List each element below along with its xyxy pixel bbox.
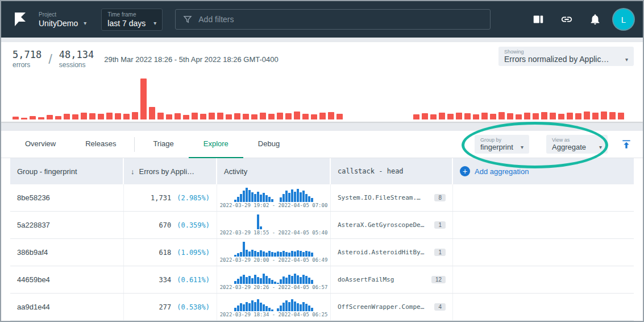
sparkline-bar bbox=[311, 308, 313, 311]
filters-bar[interactable] bbox=[175, 9, 491, 30]
table-row[interactable]: 44659be4 334(0.611%) 2022-03-29 20:26 - … bbox=[10, 266, 634, 294]
histogram-bar bbox=[106, 113, 113, 119]
histogram-bar bbox=[47, 115, 53, 119]
share-link-button[interactable] bbox=[556, 9, 577, 30]
view-as-selector[interactable]: View as Aggregate ▾ bbox=[546, 135, 608, 154]
histogram-bar bbox=[336, 114, 343, 119]
sparkline-bar bbox=[265, 195, 268, 202]
sparkline-bar bbox=[280, 279, 282, 284]
aggregation-cell bbox=[453, 239, 634, 266]
project-selector[interactable]: Project UnityDemo ▾ bbox=[39, 11, 86, 28]
tab-overview[interactable]: Overview bbox=[10, 131, 70, 158]
sparkline-bar bbox=[282, 303, 285, 311]
fingerprint-cell: aa9d1e44 bbox=[10, 294, 124, 320]
sparkline-bar bbox=[294, 192, 296, 202]
errors-cell: 1,731(2.985%) bbox=[124, 184, 217, 211]
table-row[interactable]: 386b9af4 618(1.095%) 2022-03-29 20:00 - … bbox=[10, 239, 634, 266]
column-header-errors[interactable]: ↓ Errors by Appli… bbox=[124, 158, 217, 184]
histogram-bar bbox=[481, 113, 488, 119]
explore-table: Group - fingerprint ↓ Errors by Appli… A… bbox=[1, 158, 643, 321]
app-logo[interactable] bbox=[10, 9, 31, 30]
activity-sparkline bbox=[234, 296, 313, 311]
showing-label: Showing bbox=[504, 49, 628, 55]
histogram-bar bbox=[217, 113, 223, 119]
errors-cell: 670(0.359%) bbox=[124, 212, 217, 238]
filters-input[interactable] bbox=[198, 15, 483, 24]
add-aggregation-button[interactable]: + Add aggregation bbox=[453, 158, 634, 184]
sparkline-bar bbox=[251, 300, 254, 311]
sparkline-bar bbox=[263, 304, 265, 311]
sparkline-bar bbox=[280, 306, 282, 311]
sparkline-bar bbox=[240, 276, 242, 284]
fingerprint-cell: 386b9af4 bbox=[10, 239, 124, 266]
sparkline-bar bbox=[274, 282, 276, 284]
column-header-fingerprint[interactable]: Group - fingerprint bbox=[10, 158, 124, 184]
tab-releases[interactable]: Releases bbox=[70, 131, 131, 158]
sparkline-bar bbox=[288, 253, 290, 257]
table-row[interactable]: 8be58236 1,731(2.985%) 2022-03-29 19:02 … bbox=[10, 184, 634, 212]
activity-sparkline bbox=[234, 187, 313, 202]
activity-sparkline bbox=[234, 242, 313, 257]
sparkline-bar bbox=[294, 274, 296, 284]
errors-histogram[interactable] bbox=[1, 75, 643, 119]
tab-debug[interactable]: Debug bbox=[243, 131, 294, 158]
column-header-activity[interactable]: Activity bbox=[217, 158, 331, 184]
sparkline-bar bbox=[265, 253, 268, 257]
sparkline-bar bbox=[282, 276, 285, 284]
sparkline-bar bbox=[248, 190, 251, 202]
table-row[interactable]: 5a228837 670(0.359%) 2022-03-29 18:55 - … bbox=[10, 212, 634, 239]
tabs-bar: Overview Releases Triage Explore Debug G… bbox=[1, 131, 643, 158]
sparkline-bar bbox=[268, 197, 271, 202]
sparkline-bar bbox=[308, 278, 310, 284]
sparkline-bar bbox=[297, 250, 299, 257]
callstack-cell: System.IO.FileStream.… 8 bbox=[331, 184, 453, 211]
tab-triage[interactable]: Triage bbox=[138, 131, 188, 158]
histogram-bar bbox=[157, 113, 164, 119]
sparkline-bar bbox=[285, 300, 288, 311]
sparkline-bar bbox=[268, 308, 271, 311]
histogram-bar bbox=[618, 113, 624, 119]
count-badge: 12 bbox=[431, 276, 446, 283]
sparkline-bar bbox=[302, 252, 305, 257]
align-top-icon bbox=[621, 139, 632, 150]
histogram-bar bbox=[507, 113, 513, 119]
activity-range: 2022-03-29 18:34 - 2022-04-05 06:25 bbox=[220, 312, 328, 317]
sparkline-bar bbox=[237, 197, 239, 202]
sparkline-bar bbox=[251, 192, 254, 202]
histogram-bar bbox=[447, 114, 454, 119]
histogram-bar bbox=[234, 113, 240, 119]
sparkline-bar bbox=[254, 275, 256, 284]
showing-value: Errors normalized by Applic… bbox=[504, 55, 609, 64]
column-header-callstack[interactable]: callstack - head bbox=[331, 158, 453, 184]
notifications-button[interactable] bbox=[585, 9, 605, 30]
user-avatar[interactable]: L bbox=[613, 9, 634, 30]
topbar: Project UnityDemo ▾ Time frame last 7 da… bbox=[1, 1, 643, 38]
histogram-bar bbox=[311, 114, 317, 119]
stats-group: 5,718 errors / 48,134 sessions bbox=[13, 49, 94, 69]
sparkline-bar bbox=[260, 250, 262, 257]
sparkline-bar bbox=[265, 276, 268, 284]
histogram-bar bbox=[541, 112, 547, 119]
sparkline-bar bbox=[240, 194, 242, 202]
histogram-bar bbox=[72, 114, 78, 119]
timeframe-selector[interactable]: Time frame last 7 days ▾ bbox=[101, 9, 163, 31]
layout-view-button[interactable] bbox=[528, 9, 549, 30]
sparkline-bar bbox=[243, 304, 245, 311]
histogram-bar bbox=[200, 114, 206, 119]
callstack-cell: Asteroid.AsteroidHitBy… 1 bbox=[331, 239, 453, 266]
count-badge: 1 bbox=[434, 221, 446, 229]
sparkline-bar bbox=[288, 193, 290, 202]
sparkline-bar bbox=[234, 281, 236, 284]
sparkline-bar bbox=[243, 191, 245, 202]
group-by-selector[interactable]: Group by fingerprint ▾ bbox=[475, 135, 529, 154]
tab-explore[interactable]: Explore bbox=[189, 131, 243, 158]
showing-selector[interactable]: Showing Errors normalized by Applic… ▾ bbox=[498, 47, 634, 66]
histogram-bar bbox=[592, 113, 599, 119]
scroll-to-top-button[interactable] bbox=[619, 137, 634, 152]
count-badge: 1 bbox=[434, 249, 446, 256]
table-row[interactable]: aa9d1e44 277(0.538%) 2022-03-29 18:34 - … bbox=[10, 294, 634, 321]
backtrace-logo-icon bbox=[12, 11, 29, 28]
timeframe-value: last 7 days bbox=[107, 19, 146, 28]
fingerprint-cell: 8be58236 bbox=[10, 184, 124, 211]
view-as-value: Aggregate bbox=[552, 143, 586, 151]
